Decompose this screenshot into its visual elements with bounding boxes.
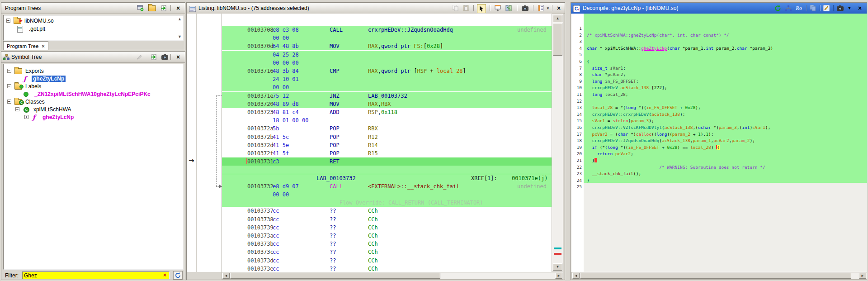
graph-icon[interactable] (784, 4, 793, 12)
listing-row[interactable]: LAB_00103732XREF[1]:0010371e(j) (222, 174, 552, 182)
goto-icon[interactable] (160, 4, 168, 12)
collapse-icon[interactable]: − (7, 100, 11, 104)
listing-row[interactable]: 00103731c3RET (222, 157, 552, 166)
scroll-up-icon[interactable]: ▲ (553, 15, 562, 22)
edit-icon[interactable] (822, 4, 830, 12)
listing-row[interactable]: 18 01 00 00 (222, 116, 552, 124)
code-line[interactable]: long in_FS_OFFSET; (587, 78, 638, 85)
filter-input[interactable] (22, 271, 170, 279)
collapse-icon[interactable]: − (7, 84, 11, 88)
code-line[interactable]: pcVar2 = (char *)calloc((long)(param_2 +… (587, 131, 713, 138)
listing-row[interactable]: 04 25 28 (222, 51, 552, 59)
listing-row[interactable]: 24 10 01 (222, 75, 552, 83)
hscroll-thumb[interactable] (580, 273, 851, 279)
tab-program-tree[interactable]: Program Tree × (3, 41, 48, 50)
code-line[interactable]: crxrpHEDeV::JZqudsnOoadHdq(acStack_138,p… (587, 138, 755, 144)
listing-row[interactable]: 0010372f41 5fPOPR15 (222, 149, 552, 157)
hscroll-thumb[interactable] (230, 273, 440, 279)
code-line[interactable]: } (587, 177, 590, 184)
decompile-hscrollbar[interactable]: ◄ ► (571, 272, 867, 280)
code-line[interactable]: { (587, 58, 590, 65)
code-line[interactable]: sVar1 = strlen(param_3); (587, 118, 654, 124)
overview-mark-teal[interactable] (554, 248, 561, 249)
diff-view-icon[interactable] (505, 4, 513, 12)
code-line[interactable]: size_t sVar1; (587, 65, 626, 72)
listing-row[interactable]: 0010372048 89 d8MOVRAX,RBX (222, 100, 552, 108)
listing-row[interactable]: 0010372b41 5cPOPR12 (222, 133, 552, 141)
dropdown-arrow-icon[interactable]: ▼ (546, 4, 550, 12)
listing-row[interactable] (222, 166, 552, 174)
tree-item-exports[interactable]: − Exports (4, 67, 183, 75)
listing-row[interactable]: 0010373ccc??CCh (222, 248, 552, 256)
code-line[interactable]: return pcVar2; (587, 151, 633, 157)
new-tree-icon[interactable] (136, 4, 144, 12)
close-icon[interactable]: × (174, 4, 182, 12)
open-folder-icon[interactable] (148, 4, 156, 12)
scroll-up-icon[interactable]: ▲ (178, 17, 182, 21)
code-line[interactable]: char * xpiMLtSchHWA::gheZtyLcNp(char *pa… (587, 45, 773, 52)
close-icon[interactable]: × (174, 53, 182, 61)
listing-row[interactable]: 00103738cc??CCh (222, 215, 552, 224)
code-line[interactable]: /* xpiMLtSchHWA::gheZtyLcNp(char*, int, … (587, 32, 729, 39)
goto-icon[interactable] (150, 53, 158, 61)
listing-row[interactable]: 0010373dcc??CCh (222, 257, 552, 265)
collapse-icon[interactable]: − (6, 19, 10, 23)
code-line[interactable]: /* WARNING: Subroutine does not return *… (587, 164, 765, 171)
tree-item-class-function[interactable]: + ƒ gheZtyLcNp (4, 113, 183, 121)
tree-item-classes[interactable]: − C Classes (4, 98, 183, 105)
panel-splitter[interactable] (565, 2, 571, 280)
camera-icon[interactable] (836, 4, 844, 12)
camera-icon[interactable] (521, 4, 529, 12)
listing-row[interactable]: 00 00 (222, 83, 552, 91)
listing-format-icon[interactable] (537, 4, 545, 12)
listing-row[interactable]: 0010372a5bPOPRBX (222, 124, 552, 133)
listing-row[interactable]: 0010372d41 5ePOPR14 (222, 141, 552, 149)
tab-close-icon[interactable]: × (42, 43, 44, 49)
listing-row[interactable]: 0010373bcc??CCh (222, 240, 552, 248)
listing-row[interactable]: 00103737cc??CCh (222, 207, 552, 215)
close-icon[interactable]: × (555, 4, 563, 12)
vscroll-thumb[interactable] (553, 23, 562, 56)
collapse-icon[interactable]: − (15, 107, 19, 111)
listing-row[interactable]: 0010373acc??CCh (222, 232, 552, 240)
ro-icon[interactable]: Ro (793, 4, 804, 12)
collapse-icon[interactable]: − (7, 69, 11, 73)
listing-row[interactable]: 00103732e8 d9 07CALL<EXTERNAL>::__stack_… (222, 182, 552, 191)
code-line[interactable]: crxrpHEDeV acStack_138 [272]; (587, 85, 667, 91)
refresh-icon[interactable] (774, 4, 782, 12)
close-icon[interactable]: × (856, 4, 864, 12)
tree-item-class[interactable]: − C xpiMLtSchHWA (4, 105, 183, 113)
tree-item-labels[interactable]: − Labels (4, 82, 183, 90)
listing-row[interactable]: -- Flow Override: CALL_RETURN (CALL_TERM… (222, 199, 552, 207)
listing-row[interactable]: 0010371e75 12JNZLAB_00103732 (222, 92, 552, 100)
scroll-left-icon[interactable]: ◄ (222, 273, 230, 279)
listing-row[interactable]: 00103708e8 e3 08CALLcrxrpHEDeV::JZqudsnO… (222, 26, 552, 34)
listing-row[interactable]: 0010373ecc??CCh (222, 265, 552, 272)
code-line[interactable]: } (587, 157, 597, 164)
listing-row[interactable]: 0010371648 3b 84CMPRAX,qword ptr [RSP + … (222, 67, 552, 75)
cursor-location-icon[interactable] (477, 4, 486, 13)
copy-icon[interactable] (809, 4, 817, 12)
dropdown-arrow-icon[interactable]: ▼ (847, 4, 852, 12)
camera-icon[interactable] (160, 53, 169, 61)
scroll-right-icon[interactable]: ► (859, 273, 866, 279)
tree-item-libnomu[interactable]: − libNOMU.so (4, 17, 183, 24)
code-line[interactable]: if (*(long *)(in_FS_OFFSET + 0x28) == lo… (587, 144, 720, 151)
copy-icon[interactable] (451, 4, 459, 12)
code-line[interactable]: char *pcVar2; (587, 71, 626, 78)
listing-row[interactable]: 0010370d64 48 8bMOVRAX,qword ptr FS:[0x2… (222, 42, 552, 50)
code-line[interactable]: long local_28; (587, 91, 628, 98)
code-line[interactable]: local_28 = *(long *)(in_FS_OFFSET + 0x28… (587, 105, 701, 111)
listing-hscrollbar[interactable]: ◄ ► (222, 272, 563, 280)
scroll-down-icon[interactable]: ▼ (178, 34, 182, 39)
listing-vscrollbar[interactable]: ▲ ▼ (552, 14, 563, 272)
scroll-right-icon[interactable]: ► (555, 273, 562, 279)
code-line[interactable]: __stack_chk_fail(); (587, 171, 641, 177)
listing-row[interactable]: 00 00 (222, 34, 552, 42)
scroll-down-icon[interactable]: ▼ (553, 263, 562, 271)
code-line[interactable]: crxrpHEDeV::crxrpHEDeV(acStack_138); (587, 111, 685, 118)
listing-row[interactable]: 00 00 00 (222, 59, 552, 67)
tree-item-got-plt[interactable]: .got.plt (4, 25, 183, 33)
code-line[interactable]: crxrpHEDeV::VZfscKFMcdDVtyt(acStack_138,… (587, 124, 770, 131)
tree-item-mangled-label[interactable]: _ZN12xpiMLtSchHWA10gheZtyLcNpEPciPKc (4, 90, 183, 98)
